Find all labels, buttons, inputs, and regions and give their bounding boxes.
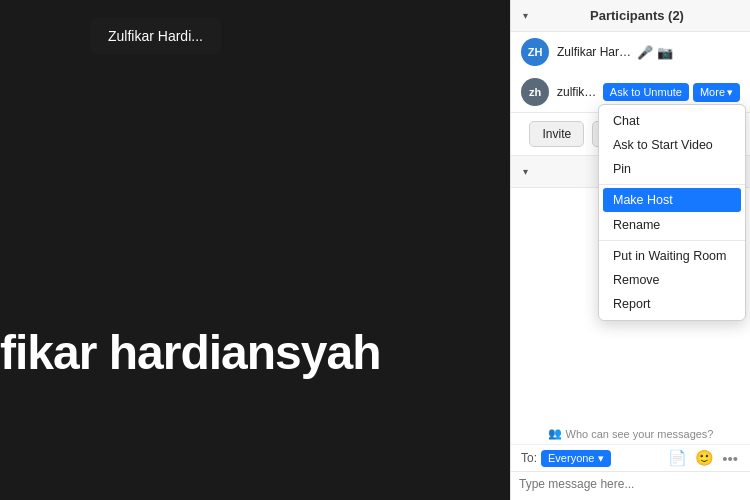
right-panel: ▾ Participants (2) ZH Zulfikar Hardiansy…	[510, 0, 750, 500]
dropdown-item-rename[interactable]: Rename	[599, 213, 745, 237]
video-off-icon: 📷	[657, 45, 673, 60]
chat-emoji-button[interactable]: 🙂	[693, 449, 716, 467]
participants-section: ▾ Participants (2) ZH Zulfikar Hardiansy…	[511, 0, 750, 156]
avatar-host: ZH	[521, 38, 549, 66]
participant-name-2: zulfikar ha...	[557, 85, 603, 99]
video-name-text: Zulfikar Hardi...	[108, 28, 203, 44]
chat-chevron-icon[interactable]: ▾	[523, 166, 528, 177]
mic-off-icon: 🎤	[637, 45, 653, 60]
ask-unmute-button[interactable]: Ask to Unmute	[603, 83, 689, 101]
dropdown-item-waiting-room[interactable]: Put in Waiting Room	[599, 244, 745, 268]
dropdown-divider-1	[599, 184, 745, 185]
dropdown-item-report[interactable]: Report	[599, 292, 745, 316]
chat-more-button[interactable]: •••	[720, 450, 740, 467]
dropdown-menu: Chat Ask to Start Video Pin Make Host Re…	[598, 104, 746, 321]
chat-to-everyone-button[interactable]: Everyone ▾	[541, 450, 610, 467]
video-name-card: Zulfikar Hardi...	[90, 18, 221, 54]
chat-to-label: To:	[521, 451, 537, 465]
more-button[interactable]: More ▾	[693, 83, 740, 102]
invite-button[interactable]: Invite	[529, 121, 584, 147]
chat-input[interactable]	[519, 477, 742, 491]
participant-name-host: Zulfikar Hardiansy... (Host, me)	[557, 45, 637, 59]
video-area: Zulfikar Hardi... fikar hardiansyah	[0, 0, 510, 500]
chat-file-button[interactable]: 📄	[666, 449, 689, 467]
people-icon: 👥	[548, 427, 562, 440]
dropdown-item-chat[interactable]: Chat	[599, 109, 745, 133]
dropdown-item-pin[interactable]: Pin	[599, 157, 745, 181]
more-label: More	[700, 86, 725, 98]
participant-icons-host: 🎤 📷	[637, 45, 673, 60]
dropdown-item-remove[interactable]: Remove	[599, 268, 745, 292]
chat-input-row	[511, 471, 750, 496]
participants-chevron-icon[interactable]: ▾	[523, 10, 528, 21]
participants-title: Participants (2)	[536, 8, 738, 23]
participant-row-2: zh zulfikar ha... Ask to Unmute More ▾ C…	[511, 72, 750, 112]
everyone-chevron-icon: ▾	[598, 452, 604, 465]
dropdown-divider-2	[599, 240, 745, 241]
everyone-label: Everyone	[548, 452, 594, 464]
participant-row-host: ZH Zulfikar Hardiansy... (Host, me) 🎤 📷	[511, 32, 750, 72]
more-chevron-icon: ▾	[727, 86, 733, 99]
participant-action-buttons: Ask to Unmute More ▾	[603, 83, 740, 102]
chat-to-row: To: Everyone ▾ 📄 🙂 •••	[511, 444, 750, 471]
dropdown-item-make-host[interactable]: Make Host	[603, 188, 741, 212]
dropdown-item-ask-video[interactable]: Ask to Start Video	[599, 133, 745, 157]
avatar-2: zh	[521, 78, 549, 106]
big-name-display: fikar hardiansyah	[0, 325, 381, 380]
participants-header: ▾ Participants (2)	[511, 0, 750, 32]
chat-who-can-see: 👥 Who can see your messages?	[511, 419, 750, 444]
